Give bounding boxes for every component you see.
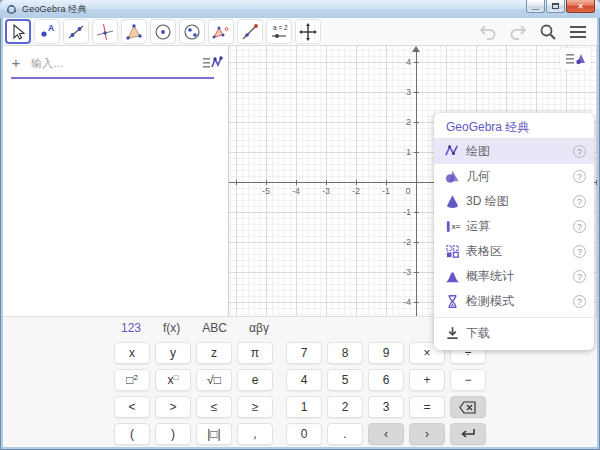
key-□2[interactable]: □2 bbox=[114, 369, 150, 391]
axis-label: 1 bbox=[406, 147, 411, 157]
menu-item-spreadsheet[interactable]: 表格区? bbox=[434, 239, 594, 264]
close-window-button[interactable]: ✕ bbox=[566, 0, 595, 13]
graphing-icon bbox=[444, 143, 466, 160]
undo-button[interactable] bbox=[477, 21, 499, 43]
key-y[interactable]: y bbox=[155, 342, 191, 364]
key-7[interactable]: 7 bbox=[286, 342, 322, 364]
menu-item-exam[interactable]: 检测模式? bbox=[434, 289, 594, 314]
menu-divider bbox=[434, 317, 594, 318]
key-+[interactable]: + bbox=[409, 369, 445, 391]
menu-item-label: 运算 bbox=[466, 218, 573, 235]
input-focus-underline bbox=[11, 77, 214, 79]
help-icon[interactable]: ? bbox=[573, 145, 586, 158]
help-icon[interactable]: ? bbox=[573, 270, 586, 283]
add-expression-button[interactable]: + bbox=[3, 54, 29, 71]
axis-label: 2 bbox=[406, 117, 411, 127]
help-icon[interactable]: ? bbox=[573, 245, 586, 258]
graphing3d-icon bbox=[444, 193, 466, 210]
key-z[interactable]: z bbox=[196, 342, 232, 364]
key-<[interactable]: < bbox=[114, 396, 150, 418]
key->[interactable]: > bbox=[155, 396, 191, 418]
line-tool[interactable] bbox=[63, 19, 89, 44]
help-icon[interactable]: ? bbox=[573, 295, 586, 308]
svg-text:x=: x= bbox=[452, 222, 461, 231]
move-graphics-view-tool[interactable] bbox=[295, 19, 321, 44]
menu-item-label: 概率统计 bbox=[466, 268, 573, 285]
keyboard-tab-ABC[interactable]: ABC bbox=[202, 321, 227, 335]
key-2[interactable]: 2 bbox=[327, 396, 363, 418]
axis-label: -1 bbox=[382, 186, 390, 196]
reflect-object-tool[interactable] bbox=[208, 19, 234, 44]
perspective-menu: GeoGebra 经典 绘图?几何?3D 绘图?x=运算?表格区?概率统计?检测… bbox=[434, 113, 594, 350]
svg-text:a = 2: a = 2 bbox=[273, 24, 288, 31]
keyboard-tab-f(x)[interactable]: f(x) bbox=[163, 321, 180, 335]
keyboard-tab-123[interactable]: 123 bbox=[121, 321, 141, 335]
menu-item-label: 表格区 bbox=[466, 243, 573, 260]
redo-button[interactable] bbox=[507, 21, 529, 43]
menu-item-label: 3D 绘图 bbox=[466, 193, 573, 210]
algebra-input[interactable] bbox=[29, 56, 200, 70]
key-.[interactable]: . bbox=[327, 423, 363, 445]
key-≥[interactable]: ≥ bbox=[237, 396, 273, 418]
perpendicular-line-tool[interactable] bbox=[92, 19, 118, 44]
key-√□[interactable]: √□ bbox=[196, 369, 232, 391]
algebra-view-panel: + bbox=[3, 46, 229, 316]
key-6[interactable]: 6 bbox=[368, 369, 404, 391]
key-=[interactable]: = bbox=[409, 396, 445, 418]
circle-two-points-tool[interactable] bbox=[179, 19, 205, 44]
key-([interactable]: ( bbox=[114, 423, 150, 445]
maximize-icon bbox=[552, 3, 559, 9]
key-1[interactable]: 1 bbox=[286, 396, 322, 418]
point-tool[interactable]: A bbox=[34, 19, 60, 44]
help-icon[interactable]: ? bbox=[573, 220, 586, 233]
menu-item-label: 下载 bbox=[466, 325, 586, 342]
key-4[interactable]: 4 bbox=[286, 369, 322, 391]
graphics-style-button[interactable] bbox=[560, 48, 591, 70]
menu-item-cas[interactable]: x=运算? bbox=[434, 214, 594, 239]
menu-item-probability[interactable]: 概率统计? bbox=[434, 264, 594, 289]
graphics-style-icon bbox=[565, 51, 587, 67]
axis-label: 3 bbox=[406, 87, 411, 97]
menu-item-graphing3d[interactable]: 3D 绘图? bbox=[434, 189, 594, 214]
key-e[interactable]: e bbox=[237, 369, 273, 391]
polygon-tool[interactable] bbox=[121, 19, 147, 44]
key-9[interactable]: 9 bbox=[368, 342, 404, 364]
key-,[interactable]: , bbox=[237, 423, 273, 445]
key-x[interactable]: x bbox=[114, 342, 150, 364]
search-button[interactable] bbox=[537, 21, 559, 43]
key-0[interactable]: 0 bbox=[286, 423, 322, 445]
menu-item-download[interactable]: 下载 bbox=[434, 321, 594, 346]
menu-item-graphing[interactable]: 绘图? bbox=[434, 139, 594, 164]
window-title: GeoGebra 经典 bbox=[22, 3, 87, 16]
axis-label: -2 bbox=[352, 186, 360, 196]
move-tool[interactable] bbox=[5, 19, 31, 44]
key-3[interactable]: 3 bbox=[368, 396, 404, 418]
key-x□[interactable]: x□ bbox=[155, 369, 191, 391]
help-icon[interactable]: ? bbox=[573, 170, 586, 183]
key-›[interactable]: › bbox=[409, 423, 445, 445]
main-menu-button[interactable] bbox=[567, 21, 589, 43]
line-through-point-tool[interactable] bbox=[237, 19, 263, 44]
algebra-style-button[interactable] bbox=[200, 52, 226, 74]
help-icon[interactable]: ? bbox=[573, 195, 586, 208]
key-≤[interactable]: ≤ bbox=[196, 396, 232, 418]
menu-item-geometry[interactable]: 几何? bbox=[434, 164, 594, 189]
key-|□|[interactable]: |□| bbox=[196, 423, 232, 445]
key-5[interactable]: 5 bbox=[327, 369, 363, 391]
key-backspace[interactable] bbox=[450, 396, 486, 418]
key-8[interactable]: 8 bbox=[327, 342, 363, 364]
maximize-button[interactable] bbox=[546, 0, 565, 13]
minimize-button[interactable]: — bbox=[526, 0, 545, 13]
key-enter[interactable] bbox=[450, 423, 486, 445]
key-)[interactable]: ) bbox=[155, 423, 191, 445]
key-‹[interactable]: ‹ bbox=[368, 423, 404, 445]
key-−[interactable]: − bbox=[450, 369, 486, 391]
key-π[interactable]: π bbox=[237, 342, 273, 364]
circle-center-point-tool[interactable] bbox=[150, 19, 176, 44]
axis-label: -1 bbox=[403, 207, 411, 217]
title-bar: GeoGebra 经典 — ✕ bbox=[0, 0, 600, 18]
menu-item-label: 检测模式 bbox=[466, 293, 573, 310]
keyboard-tab-αβγ[interactable]: αβγ bbox=[249, 321, 269, 335]
slider-tool[interactable]: a = 2 bbox=[266, 19, 292, 44]
axis-label: -4 bbox=[292, 186, 300, 196]
